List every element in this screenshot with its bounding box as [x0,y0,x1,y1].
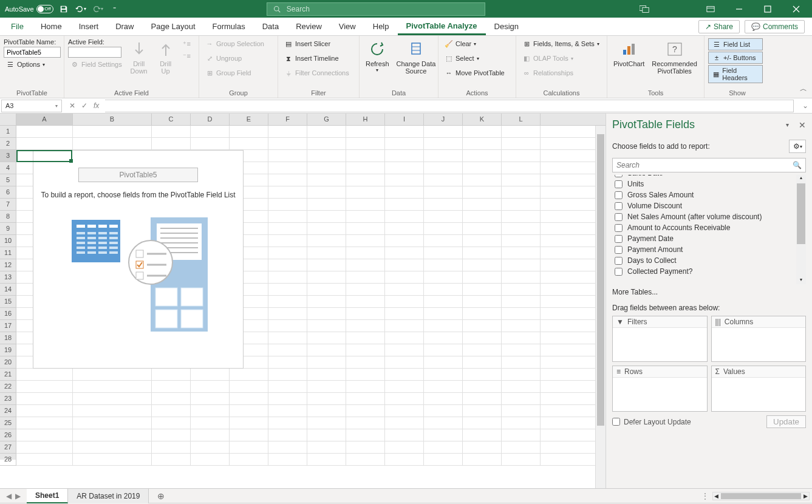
more-tables-link[interactable]: More Tables... [612,284,806,300]
collapse-ribbon-button[interactable]: ︿ [800,84,807,94]
row-header[interactable]: 22 [0,381,16,393]
add-sheet-button[interactable]: ⊕ [152,491,169,501]
change-data-source-button[interactable]: Change Data Source [394,38,438,76]
tab-design[interactable]: Design [486,18,527,35]
layout-options-button[interactable]: ⚙▾ [789,140,806,153]
field-item[interactable]: Payment Amount [612,244,806,255]
row-header[interactable]: 9 [0,223,16,235]
column-header[interactable]: G [307,114,346,125]
name-box[interactable]: A3▾ [1,100,62,112]
spreadsheet-grid[interactable]: ABCDEFGHIJKL 123456789101112131415161718… [0,114,606,488]
row-header[interactable]: 28 [0,454,16,466]
pivotchart-button[interactable]: PivotChart [611,38,647,69]
row-header[interactable]: 13 [0,271,16,284]
field-item[interactable]: Units [612,179,806,189]
field-item[interactable]: Amount to Accounts Receivable [612,222,806,233]
column-header[interactable]: J [424,114,463,125]
column-header[interactable]: D [191,114,230,125]
row-header[interactable]: 10 [0,235,16,247]
field-item[interactable]: Payment Date [612,233,806,244]
search-box[interactable]: Search [267,2,485,16]
tab-insert[interactable]: Insert [70,18,107,35]
tab-page-layout[interactable]: Page Layout [143,18,204,35]
display-options-icon[interactable] [630,0,658,18]
task-pane-options-icon[interactable]: ▾ [786,121,789,128]
refresh-button[interactable]: Refresh▾ [363,38,392,74]
fx-icon[interactable]: fx [94,101,99,110]
field-list-toggle[interactable]: ☰Field List [708,38,763,50]
column-header[interactable]: H [346,114,385,125]
split-handle[interactable]: ⋮ [701,492,712,500]
tab-formulas[interactable]: Formulas [204,18,254,35]
undo-icon[interactable]: ▾ [74,2,87,16]
expand-formula-bar-icon[interactable]: ⌄ [802,101,812,110]
insert-slicer-button[interactable]: ▤Insert Slicer [282,38,352,49]
column-header[interactable]: F [268,114,307,125]
row-header[interactable]: 2 [0,138,16,150]
column-header[interactable]: K [463,114,502,125]
tab-view[interactable]: View [330,18,364,35]
maximize-button[interactable] [754,0,781,18]
sheet-next-icon[interactable]: ▶ [15,492,21,500]
row-header[interactable]: 25 [0,417,16,429]
row-header[interactable]: 5 [0,174,16,186]
field-item[interactable]: Volume Discount [612,200,806,211]
tab-data[interactable]: Data [254,18,287,35]
row-header[interactable]: 21 [0,369,16,381]
row-header[interactable]: 19 [0,344,16,356]
comments-button[interactable]: 💬Comments [745,20,805,33]
row-header[interactable]: 20 [0,356,16,369]
vertical-scrollbar[interactable] [595,126,606,488]
save-icon[interactable] [57,2,70,16]
qat-customize-icon[interactable]: ⁼ [108,2,121,16]
horizontal-scrollbar[interactable]: ◀▶ [712,492,810,500]
cancel-formula-icon[interactable]: ✕ [69,101,75,110]
ribbon-mode-icon[interactable] [697,0,724,18]
column-header[interactable]: A [16,114,73,125]
row-header[interactable]: 3 [0,150,16,162]
row-header[interactable]: 7 [0,199,16,211]
clear-button[interactable]: 🧹Clear ▾ [442,38,507,49]
rows-area[interactable]: ≡Rows [612,366,708,412]
formula-input[interactable] [105,100,794,112]
field-headers-toggle[interactable]: ▦Field Headers [708,65,763,83]
row-header[interactable]: 24 [0,405,16,417]
tab-file[interactable]: File [2,18,32,35]
redo-icon[interactable]: ▾ [91,2,104,16]
row-header[interactable]: 23 [0,393,16,405]
tab-home[interactable]: Home [32,18,70,35]
values-area[interactable]: ΣValues [711,366,807,412]
row-header[interactable]: 27 [0,441,16,454]
sheet-prev-icon[interactable]: ◀ [6,492,12,500]
row-header[interactable]: 18 [0,332,16,344]
row-header[interactable]: 8 [0,211,16,223]
row-header[interactable]: 14 [0,284,16,296]
tab-review[interactable]: Review [287,18,330,35]
select-all-corner[interactable] [0,114,16,125]
minimize-button[interactable] [725,0,752,18]
field-search-box[interactable]: 🔍 [612,158,806,172]
tab-help[interactable]: Help [364,18,398,35]
row-header[interactable]: 26 [0,429,16,441]
column-header[interactable]: E [230,114,268,125]
select-button[interactable]: ⬚Select ▾ [442,53,507,64]
column-header[interactable]: C [152,114,191,125]
row-header[interactable]: 4 [0,162,16,174]
row-header[interactable]: 11 [0,247,16,259]
fields-items-sets-button[interactable]: ⊞Fields, Items, & Sets ▾ [520,38,602,49]
row-header[interactable]: 16 [0,308,16,320]
tab-draw[interactable]: Draw [107,18,142,35]
plus-minus-buttons-toggle[interactable]: ±+/- Buttons [708,52,763,64]
sheet-tab-sheet1[interactable]: Sheet1 [27,489,68,503]
defer-layout-checkbox[interactable]: Defer Layout Update [612,418,691,426]
field-item[interactable]: Net Sales Amount (after volume discount) [612,211,806,222]
field-item[interactable]: Gross Sales Amount [612,189,806,200]
sheet-tab-ar-dataset[interactable]: AR Dataset in 2019 [68,489,149,503]
options-button[interactable]: ☰Options ▾ [4,59,61,70]
tab-pivottable-analyze[interactable]: PivotTable Analyze [398,18,486,35]
columns-area[interactable]: |||Columns [711,316,807,362]
field-list-scrollbar[interactable]: ▴▾ [796,175,806,284]
task-pane-close-button[interactable]: ✕ [799,120,806,130]
recommended-pivottables-button[interactable]: ?Recommended PivotTables [649,38,700,76]
insert-timeline-button[interactable]: ⧗Insert Timeline [282,53,352,64]
